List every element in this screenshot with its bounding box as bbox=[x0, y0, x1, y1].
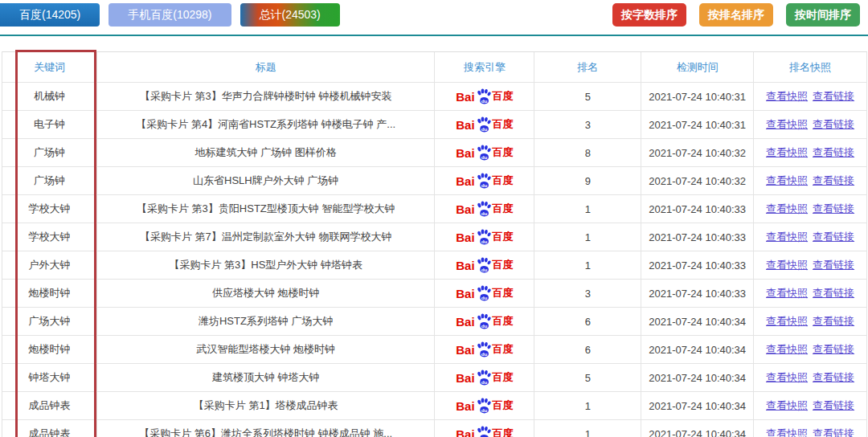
title-cell: 潍坊HSTZ系列塔钟 广场大钟 bbox=[97, 308, 436, 335]
view-snapshot-link[interactable]: 查看快照 bbox=[766, 174, 808, 188]
view-url-link[interactable]: 查看链接 bbox=[813, 398, 854, 413]
header-time: 检测时间 bbox=[641, 52, 754, 82]
view-url-link[interactable]: 查看链接 bbox=[813, 286, 854, 300]
table-row: 广场钟 地标建筑大钟 广场钟 图样价格 Bai du 百度 8 2021-07-… bbox=[2, 139, 867, 167]
tab-mobile-baidu[interactable]: 手机百度(10298) bbox=[108, 3, 231, 27]
view-snapshot-link[interactable]: 查看快照 bbox=[766, 117, 808, 132]
baidu-paw-icon: du bbox=[476, 398, 492, 414]
view-snapshot-link[interactable]: 查看快照 bbox=[766, 202, 808, 216]
rank-cell: 1 bbox=[534, 420, 641, 437]
view-url-link[interactable]: 查看链接 bbox=[813, 117, 854, 132]
engine-cell: Bai du 百度 bbox=[435, 364, 534, 391]
view-snapshot-link[interactable]: 查看快照 bbox=[766, 286, 808, 300]
baidu-paw-icon: du bbox=[476, 201, 492, 217]
baidu-logo-icon: Bai du 百度 bbox=[456, 229, 513, 245]
view-url-link[interactable]: 查看链接 bbox=[813, 145, 854, 160]
view-snapshot-link[interactable]: 查看快照 bbox=[766, 89, 808, 104]
baidu-logo-cn-text: 百度 bbox=[493, 342, 514, 357]
view-url-link[interactable]: 查看链接 bbox=[813, 174, 854, 188]
baidu-paw-icon: du bbox=[476, 313, 492, 329]
baidu-logo-bai-text: Bai bbox=[456, 259, 474, 272]
rank-cell: 9 bbox=[534, 167, 641, 194]
sort-by-time-button[interactable]: 按时间排序 bbox=[786, 3, 860, 27]
rank-cell: 1 bbox=[534, 223, 641, 251]
keyword-cell: 学校大钟 bbox=[2, 195, 97, 223]
baidu-logo-bai-text: Bai bbox=[456, 146, 474, 160]
view-snapshot-link[interactable]: 查看快照 bbox=[766, 427, 808, 437]
baidu-logo-cn-text: 百度 bbox=[493, 145, 514, 160]
view-snapshot-link[interactable]: 查看快照 bbox=[766, 258, 808, 272]
view-url-link[interactable]: 查看链接 bbox=[813, 342, 854, 357]
time-cell: 2021-07-24 10:40:34 bbox=[641, 364, 754, 391]
view-url-link[interactable]: 查看链接 bbox=[813, 258, 854, 272]
table-row: 广场大钟 潍坊HSTZ系列塔钟 广场大钟 Bai du 百度 6 2021-07… bbox=[2, 308, 867, 336]
view-url-link[interactable]: 查看链接 bbox=[813, 427, 854, 437]
baidu-logo-icon: Bai du 百度 bbox=[456, 145, 513, 161]
table-row: 炮楼时钟 供应塔楼大钟 炮楼时钟 Bai du 百度 3 2021-07-24 … bbox=[2, 280, 867, 308]
time-cell: 2021-07-24 10:40:32 bbox=[641, 167, 754, 194]
table-body: 机械钟 【采购卡片 第3】华声力合牌钟楼时钟 钟楼机械钟安装 Bai du 百度… bbox=[2, 83, 867, 437]
header-keyword: 关键词 bbox=[2, 52, 97, 82]
view-snapshot-link[interactable]: 查看快照 bbox=[766, 370, 808, 385]
engine-cell: Bai du 百度 bbox=[435, 139, 534, 166]
view-url-link[interactable]: 查看链接 bbox=[813, 370, 854, 385]
engine-cell: Bai du 百度 bbox=[435, 280, 534, 307]
engine-cell: Bai du 百度 bbox=[435, 195, 534, 223]
rank-cell: 1 bbox=[534, 392, 641, 419]
view-snapshot-link[interactable]: 查看快照 bbox=[766, 230, 808, 244]
svg-text:du: du bbox=[481, 210, 487, 216]
snapshot-cell: 查看快照 查看链接 bbox=[754, 308, 867, 335]
view-url-link[interactable]: 查看链接 bbox=[813, 202, 854, 216]
baidu-logo-bai-text: Bai bbox=[456, 287, 474, 300]
sort-by-wordcount-button[interactable]: 按字数排序 bbox=[612, 3, 686, 27]
keyword-cell: 广场钟 bbox=[2, 139, 97, 166]
tab-total[interactable]: 总计(24503) bbox=[240, 3, 340, 27]
title-cell: 【采购卡片 第1】塔楼成品钟表 bbox=[97, 392, 436, 419]
keyword-cell: 成品钟表 bbox=[2, 420, 97, 437]
snapshot-cell: 查看快照 查看链接 bbox=[754, 364, 867, 391]
engine-cell: Bai du 百度 bbox=[435, 83, 534, 110]
baidu-logo-bai-text: Bai bbox=[456, 90, 474, 104]
snapshot-cell: 查看快照 查看链接 bbox=[754, 251, 867, 279]
tab-baidu[interactable]: 百度(14205) bbox=[0, 3, 100, 27]
baidu-logo-bai-text: Bai bbox=[456, 315, 474, 329]
baidu-paw-icon: du bbox=[476, 88, 492, 104]
baidu-logo-cn-text: 百度 bbox=[493, 117, 514, 132]
title-cell: 【采购卡片 第7】温州定制款室外大钟 物联网学校大钟 bbox=[97, 223, 436, 251]
baidu-logo-icon: Bai du 百度 bbox=[456, 341, 513, 357]
sort-by-rank-button[interactable]: 按排名排序 bbox=[699, 3, 773, 27]
snapshot-cell: 查看快照 查看链接 bbox=[754, 280, 867, 307]
snapshot-cell: 查看快照 查看链接 bbox=[754, 167, 867, 194]
view-snapshot-link[interactable]: 查看快照 bbox=[766, 398, 808, 413]
baidu-logo-icon: Bai du 百度 bbox=[456, 173, 513, 189]
view-snapshot-link[interactable]: 查看快照 bbox=[766, 342, 808, 357]
time-cell: 2021-07-24 10:40:34 bbox=[641, 420, 754, 437]
table-row: 学校大钟 【采购卡片 第7】温州定制款室外大钟 物联网学校大钟 Bai du 百… bbox=[2, 223, 867, 251]
baidu-logo-icon: Bai du 百度 bbox=[456, 370, 513, 386]
view-snapshot-link[interactable]: 查看快照 bbox=[766, 145, 808, 160]
keyword-cell: 学校大钟 bbox=[2, 223, 97, 251]
svg-text:du: du bbox=[481, 407, 487, 413]
teal-divider-line bbox=[0, 35, 868, 36]
keyword-cell: 机械钟 bbox=[2, 83, 97, 110]
snapshot-cell: 查看快照 查看链接 bbox=[754, 195, 867, 223]
view-url-link[interactable]: 查看链接 bbox=[813, 89, 854, 104]
time-cell: 2021-07-24 10:40:34 bbox=[641, 336, 754, 363]
baidu-logo-cn-text: 百度 bbox=[493, 202, 514, 216]
view-url-link[interactable]: 查看链接 bbox=[813, 230, 854, 244]
rank-cell: 8 bbox=[534, 139, 641, 166]
rank-cell: 1 bbox=[534, 251, 641, 279]
view-url-link[interactable]: 查看链接 bbox=[813, 314, 854, 329]
table-row: 成品钟表 【采购卡片 第1】塔楼成品钟表 Bai du 百度 1 2021-07… bbox=[2, 392, 867, 420]
title-cell: 建筑楼顶大钟 钟塔大钟 bbox=[97, 364, 436, 391]
baidu-logo-bai-text: Bai bbox=[456, 118, 474, 132]
engine-cell: Bai du 百度 bbox=[435, 223, 534, 251]
table-row: 钟塔大钟 建筑楼顶大钟 钟塔大钟 Bai du 百度 5 2021-07-24 … bbox=[2, 364, 867, 392]
engine-cell: Bai du 百度 bbox=[435, 111, 534, 138]
snapshot-cell: 查看快照 查看链接 bbox=[754, 139, 867, 166]
view-snapshot-link[interactable]: 查看快照 bbox=[766, 314, 808, 329]
rank-cell: 3 bbox=[534, 111, 641, 138]
rank-cell: 5 bbox=[534, 83, 641, 110]
title-cell: 【采购卡片 第3】华声力合牌钟楼时钟 钟楼机械钟安装 bbox=[97, 83, 436, 110]
time-cell: 2021-07-24 10:40:33 bbox=[641, 251, 754, 279]
